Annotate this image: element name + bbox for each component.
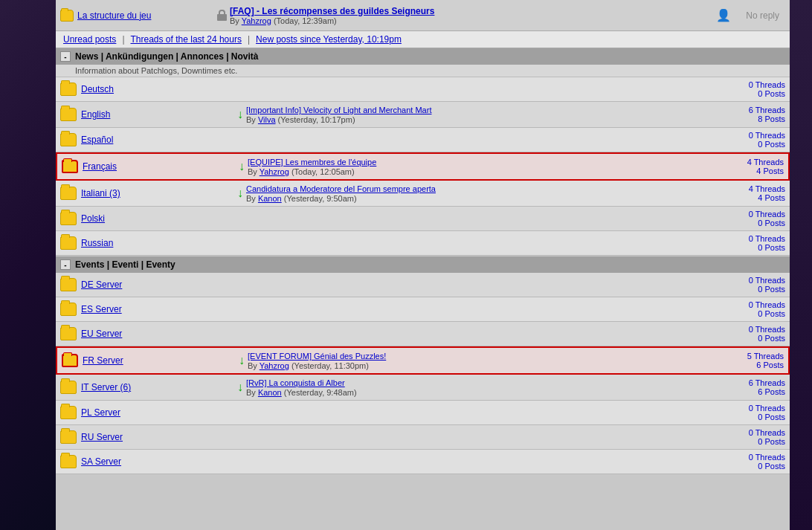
new-posts-link[interactable]: New posts since Yesterday, 10:19pm — [256, 34, 402, 45]
folder-icon — [60, 236, 77, 250]
last-post-user-link[interactable]: Vilva — [258, 115, 276, 124]
forum-name: RU Server — [81, 432, 230, 442]
folder-icon — [60, 212, 77, 225]
last-post-by: By Kanon (Yesterday, 9:50am) — [246, 194, 436, 203]
thread-count: 4 Threads — [724, 158, 784, 167]
forum-name: DE Server — [81, 279, 230, 290]
post-count: 0 Posts — [726, 219, 785, 227]
folder-icon — [62, 354, 78, 367]
last-post-title-link[interactable]: [EVENT FORUM] Génial des Puzzles! — [248, 352, 386, 361]
post-count: 0 Posts — [726, 285, 785, 294]
thread-counts: 0 Threads0 Posts — [726, 300, 785, 318]
last-post-title-link[interactable]: [EQUIPE] Les membres de l'équipe — [248, 158, 376, 167]
person-icon: 👤 — [716, 8, 731, 22]
forum-row: Italiani (3)↓Candidatura a Moderatore de… — [56, 181, 790, 207]
last-post-title-link[interactable]: [Important Info] Velocity of Light and M… — [246, 106, 431, 114]
collapse-btn-events[interactable]: - — [60, 259, 71, 270]
folder-icon — [60, 133, 77, 146]
thread-counts: 4 Threads4 Posts — [724, 158, 784, 175]
last-post-user-link[interactable]: Kanon — [258, 388, 282, 397]
thread-counts: 0 Threads0 Posts — [726, 80, 785, 98]
forum-name-link[interactable]: DE Server — [81, 279, 122, 290]
thread-count: 5 Threads — [724, 352, 784, 361]
forum-name-link[interactable]: ES Server — [81, 304, 122, 314]
right-sidebar — [790, 0, 812, 530]
post-count: 0 Posts — [726, 89, 785, 98]
last-post-user-link[interactable]: Kanon — [258, 194, 282, 203]
thread-counts: 0 Threads0 Posts — [726, 404, 785, 421]
last-post-info: [EVENT FORUM] Génial des Puzzles!By Yahz… — [248, 351, 386, 370]
forum-name: SA Server — [81, 456, 230, 467]
thread-count: 0 Threads — [726, 300, 785, 309]
thread-count: 6 Threads — [726, 106, 785, 114]
thread-count: 0 Threads — [726, 131, 785, 140]
section-header-news: -News | Ankündigungen | Annonces | Novit… — [56, 48, 790, 65]
forum-name-link[interactable]: Français — [83, 161, 117, 172]
section-title-events: Events | Eventi | Eventy — [75, 259, 175, 270]
forum-name: FR Server — [83, 355, 231, 366]
thread-counts: 0 Threads0 Posts — [726, 453, 785, 471]
section-events: -Events | Eventi | EventyDE Server0 Thre… — [56, 256, 790, 474]
forum-name-link[interactable]: SA Server — [81, 456, 121, 467]
forum-name-link[interactable]: Español — [81, 135, 113, 145]
threads-24h-link[interactable]: Threads of the last 24 hours — [131, 34, 242, 45]
forum-name: Español — [81, 135, 230, 145]
last-post-user-link[interactable]: Yahzrog — [260, 167, 289, 176]
arrow-down-icon: ↓ — [237, 108, 243, 121]
pinned-post-by: By Yahzrog (Today, 12:39am) — [230, 16, 434, 25]
thread-counts: 6 Threads6 Posts — [726, 378, 785, 396]
pinned-post-user-link[interactable]: Yahzrog — [242, 16, 271, 25]
forum-name-link[interactable]: RU Server — [81, 432, 123, 442]
forum-row: ES Server0 Threads0 Posts — [56, 297, 790, 322]
forum-name-link[interactable]: Russian — [81, 238, 113, 248]
forum-name-link[interactable]: Polski — [81, 213, 105, 224]
collapse-btn-news[interactable]: - — [60, 51, 71, 62]
last-post-title: [RvR] La conquista di Alber — [246, 378, 357, 388]
thread-counts: 4 Threads4 Posts — [726, 184, 785, 202]
arrow-down-icon: ↓ — [237, 187, 243, 200]
main-content: La structure du jeu [FAQ] - Les récompen… — [56, 0, 790, 530]
forum-row: Russian0 Threads0 Posts — [56, 231, 790, 256]
folder-icon — [60, 406, 77, 419]
last-post-title-link[interactable]: Candidatura a Moderatore del Forum sempr… — [246, 184, 436, 193]
forum-name: Polski — [81, 213, 230, 224]
folder-icon — [60, 327, 77, 340]
folder-icon — [60, 303, 77, 316]
thread-counts: 5 Threads6 Posts — [724, 352, 784, 369]
forum-name-link[interactable]: English — [81, 109, 110, 120]
folder-icon — [60, 83, 77, 96]
forum-row: EU Server0 Threads0 Posts — [56, 322, 790, 346]
forum-name-link[interactable]: FR Server — [83, 355, 123, 366]
post-count: 0 Posts — [726, 413, 785, 421]
last-post-area: ↓[Important Info] Velocity of Light and … — [230, 105, 726, 124]
section-subtitle-news: Information about Patchlogs, Downtimes e… — [56, 65, 790, 77]
thread-count: 6 Threads — [726, 378, 785, 387]
forum-name-link[interactable]: IT Server (6) — [81, 382, 131, 392]
last-post-user-link[interactable]: Yahzrog — [260, 361, 289, 370]
forum-name-link[interactable]: Deutsch — [81, 84, 114, 94]
forum-name: IT Server (6) — [81, 382, 230, 392]
forum-name-link[interactable]: Italiani (3) — [81, 188, 120, 198]
last-post-area: ↓[EQUIPE] Les membres de l'équipeBy Yahz… — [231, 157, 724, 176]
last-post-title-link[interactable]: [RvR] La conquista di Alber — [246, 378, 345, 387]
structure-link[interactable]: La structure du jeu — [77, 10, 151, 21]
arrow-down-icon: ↓ — [237, 381, 243, 394]
forum-container: -News | Ankündigungen | Annonces | Novit… — [56, 48, 790, 530]
forum-row: IT Server (6)↓[RvR] La conquista di Albe… — [56, 375, 790, 401]
last-post-by: By Yahzrog (Today, 12:05am) — [248, 167, 376, 176]
thread-counts: 0 Threads0 Posts — [726, 276, 785, 294]
folder-icon — [60, 381, 77, 394]
thread-counts: 0 Threads0 Posts — [726, 234, 785, 252]
unread-posts-link[interactable]: Unread posts — [63, 34, 116, 45]
forum-name: ES Server — [81, 304, 230, 314]
post-count: 0 Posts — [726, 309, 785, 318]
forum-row: Español0 Threads0 Posts — [56, 128, 790, 152]
last-post-by: By Yahzrog (Yesterday, 11:30pm) — [248, 361, 386, 370]
forum-name-link[interactable]: EU Server — [81, 329, 122, 339]
forum-name: Français — [83, 161, 231, 172]
last-post-info: [RvR] La conquista di AlberBy Kanon (Yes… — [246, 378, 357, 397]
pinned-post-link[interactable]: [FAQ] - Les récompenses des guildes Seig… — [230, 6, 434, 16]
forum-name-link[interactable]: PL Server — [81, 407, 120, 418]
post-count: 0 Posts — [726, 243, 785, 252]
folder-icon — [60, 278, 77, 291]
